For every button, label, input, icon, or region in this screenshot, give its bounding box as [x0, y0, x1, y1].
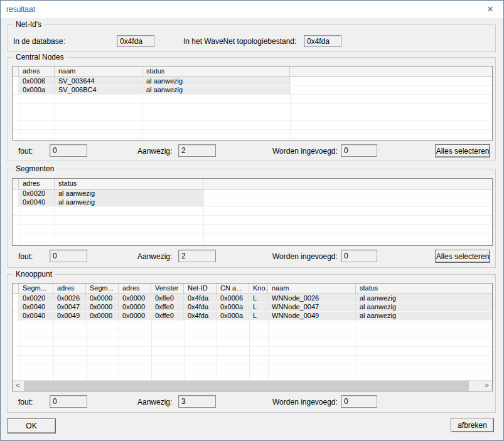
ingevoegd-field[interactable] [341, 250, 377, 262]
cell-naam: SV_006BC4 [55, 86, 142, 95]
central-nodes-stats: fout: Aanwezig: Worden ingevoegd: Alles … [8, 143, 495, 158]
cell-status: al aanwezig [142, 86, 290, 95]
scroll-left-icon[interactable]: < [13, 381, 23, 391]
cell-status: al aanwezig [142, 77, 290, 86]
ingevoegd-field[interactable] [341, 395, 377, 408]
aanwezig-field[interactable] [178, 250, 216, 262]
fout-field[interactable] [50, 250, 87, 262]
cell-status: al aanwezig [356, 312, 492, 321]
cell-venster: 0xffe0 [151, 303, 184, 312]
header-cell-adres[interactable]: adres [19, 66, 55, 77]
header-cell-status[interactable]: status [142, 66, 290, 77]
group-segmenten: Segmenten adres status 0x0020 al aanwezi… [7, 169, 496, 268]
aanwezig-field[interactable] [178, 395, 216, 408]
header-cell-cn[interactable]: CN a... [217, 284, 249, 294]
header-cell-selector[interactable] [13, 66, 19, 77]
row-selector-cell [13, 303, 19, 312]
cell-kno: L [249, 312, 268, 321]
header-cell-status[interactable]: status [55, 179, 203, 189]
horizontal-scrollbar[interactable]: < > [13, 380, 492, 391]
table-row[interactable]: 0x0020 0x0026 0x0000 0x0000 0xffe0 0x4fd… [13, 294, 492, 303]
ingevoegd-label: Worden ingevoegd: [272, 252, 338, 261]
header-cell-adres2[interactable]: adres [119, 284, 151, 294]
group-knooppunt-label: Knooppunt [13, 270, 55, 279]
group-segmenten-label: Segmenten [13, 164, 56, 173]
cell-adres1: 0x0026 [53, 294, 86, 303]
cell-status: al aanwezig [356, 303, 492, 312]
ingevoegd-field[interactable] [341, 144, 377, 157]
header-cell-filler [203, 179, 492, 189]
knooppunt-table-header: Segm... adres Segm... adres Venster Net-… [13, 284, 492, 294]
table-row[interactable]: 0x0040 0x0047 0x0000 0x0000 0xffe0 0x4fd… [13, 303, 492, 312]
row-selector-cell [13, 189, 19, 198]
aanwezig-label: Aanwezig: [137, 398, 172, 406]
header-cell-status[interactable]: status [356, 284, 492, 294]
header-cell-filler [290, 66, 492, 77]
cell-netid: 0x4fda [184, 303, 217, 312]
cell-venster: 0xffe0 [151, 294, 184, 303]
cell-segment1: 0x0040 [19, 303, 53, 312]
header-cell-kno[interactable]: Kno... [249, 284, 268, 294]
cell-netid: 0x4fda [184, 312, 217, 321]
table-row[interactable]: 0x0040 al aanwezig [13, 198, 492, 207]
table-row[interactable]: 0x000a SV_006BC4 al aanwezig [13, 86, 492, 95]
header-cell-selector[interactable] [13, 179, 19, 189]
row-selector-cell [13, 312, 19, 321]
header-cell-segment2[interactable]: Segm... [86, 284, 119, 294]
ok-button[interactable]: OK [7, 418, 56, 433]
segmenten-table-body: 0x0020 al aanwezig 0x0040 al aanwezig [13, 189, 492, 245]
cell-kno: L [249, 303, 268, 312]
header-cell-netid[interactable]: Net-ID [184, 284, 217, 294]
header-cell-selector[interactable] [13, 284, 19, 294]
cancel-button[interactable]: afbreken [451, 418, 494, 432]
central-nodes-table-body: 0x0006 SV_003644 al aanwezig 0x000a SV_0… [13, 77, 492, 140]
scrollbar-thumb[interactable] [24, 381, 469, 391]
knooppunt-table-body: 0x0020 0x0026 0x0000 0x0000 0xffe0 0x4fd… [13, 294, 492, 380]
scroll-right-icon[interactable]: > [481, 381, 492, 391]
fout-label: fout: [18, 147, 33, 156]
database-netid-field[interactable] [117, 35, 154, 47]
cell-adres2: 0x0000 [119, 303, 151, 312]
table-row[interactable]: 0x0020 al aanwezig [13, 189, 492, 198]
cell-segment2: 0x0000 [86, 294, 119, 303]
row-selector-cell [13, 294, 19, 303]
knooppunt-table: Segm... adres Segm... adres Venster Net-… [12, 283, 493, 391]
topology-netid-field[interactable] [304, 35, 341, 47]
cell-cn: 0x000a [217, 303, 249, 312]
select-all-button[interactable]: Alles selecteren [435, 144, 490, 157]
cell-cn: 0x0006 [217, 294, 249, 303]
database-label: In de database: [13, 37, 65, 46]
group-knooppunt: Knooppunt Segm... adres Segm... adres Ve… [7, 274, 496, 413]
cell-segment1: 0x0040 [19, 312, 53, 321]
header-cell-venster[interactable]: Venster [151, 284, 184, 294]
central-nodes-table-header: adres naam status [13, 66, 492, 77]
fout-label: fout: [18, 252, 33, 261]
select-all-button[interactable]: Alles selecteren [435, 250, 490, 263]
header-cell-naam[interactable]: naam [268, 284, 356, 294]
header-cell-adres[interactable]: adres [19, 179, 55, 189]
cell-adres: 0x000a [19, 86, 55, 95]
header-cell-segment1[interactable]: Segm... [19, 284, 53, 294]
cell-netid: 0x4fda [184, 294, 217, 303]
aanwezig-label: Aanwezig: [137, 147, 172, 156]
header-cell-adres1[interactable]: adres [53, 284, 86, 294]
dialog-window: resultaat ✕ Net-Id's In de database: In … [0, 0, 504, 441]
knooppunt-stats: fout: Aanwezig: Worden ingevoegd: [8, 394, 495, 409]
cell-kno: L [249, 294, 268, 303]
window-title: resultaat [6, 5, 35, 14]
topology-label: In het WaveNet topologiebestand: [183, 37, 296, 46]
header-cell-naam[interactable]: naam [55, 66, 142, 77]
fout-field[interactable] [50, 144, 87, 157]
table-row[interactable]: 0x0006 SV_003644 al aanwezig [13, 77, 492, 86]
segmenten-stats: fout: Aanwezig: Worden ingevoegd: Alles … [8, 248, 495, 263]
cell-adres: 0x0006 [19, 77, 55, 86]
cell-segment2: 0x0000 [86, 312, 119, 321]
close-icon[interactable]: ✕ [483, 3, 497, 16]
table-row[interactable]: 0x0040 0x0049 0x0000 0x0000 0xffe0 0x4fd… [13, 312, 492, 321]
cell-status: al aanwezig [356, 294, 492, 303]
fout-field[interactable] [50, 395, 87, 408]
group-central-nodes-label: Central Nodes [13, 53, 67, 61]
cell-adres: 0x0040 [19, 198, 55, 207]
titlebar: resultaat ✕ [1, 1, 503, 18]
aanwezig-field[interactable] [178, 144, 216, 157]
